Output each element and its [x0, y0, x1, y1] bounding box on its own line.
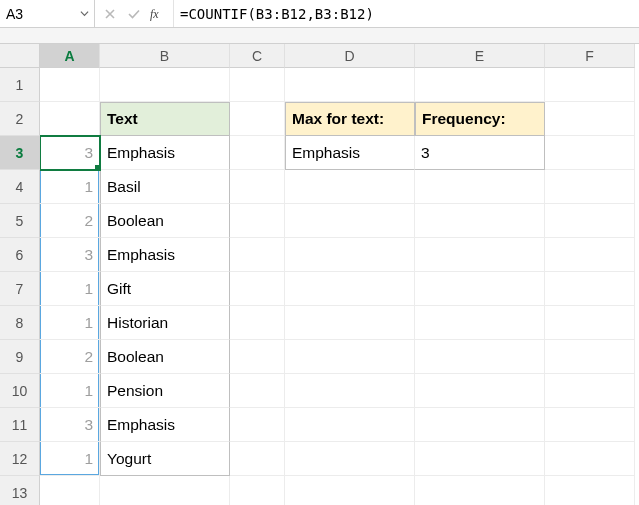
cell[interactable]	[230, 102, 285, 136]
cell[interactable]	[285, 340, 415, 374]
cell[interactable]	[230, 408, 285, 442]
cell[interactable]	[230, 442, 285, 476]
cell[interactable]: 3	[40, 408, 100, 442]
cell[interactable]	[40, 102, 100, 136]
cell[interactable]: Emphasis	[100, 238, 230, 272]
cell[interactable]: 2	[40, 204, 100, 238]
cell[interactable]	[230, 204, 285, 238]
cell[interactable]	[415, 170, 545, 204]
cell[interactable]: Basil	[100, 170, 230, 204]
cell[interactable]	[545, 272, 635, 306]
cell[interactable]	[285, 204, 415, 238]
cell[interactable]	[545, 238, 635, 272]
row-header[interactable]: 2	[0, 102, 40, 136]
cell[interactable]: Boolean	[100, 204, 230, 238]
cell[interactable]	[285, 68, 415, 102]
fx-icon[interactable]: fx	[147, 3, 169, 25]
cell[interactable]: Historian	[100, 306, 230, 340]
cell[interactable]	[545, 102, 635, 136]
column-header[interactable]: B	[100, 44, 230, 68]
column-header[interactable]: F	[545, 44, 635, 68]
cell[interactable]	[230, 68, 285, 102]
cell[interactable]	[415, 442, 545, 476]
cell[interactable]	[230, 476, 285, 505]
cell[interactable]: 1	[40, 306, 100, 340]
cell[interactable]	[285, 408, 415, 442]
cell[interactable]	[230, 272, 285, 306]
cell[interactable]	[415, 340, 545, 374]
cell[interactable]	[285, 442, 415, 476]
cell[interactable]	[415, 408, 545, 442]
cell[interactable]	[40, 476, 100, 505]
column-header[interactable]: D	[285, 44, 415, 68]
cell[interactable]	[285, 476, 415, 505]
cell[interactable]	[415, 68, 545, 102]
cell[interactable]: Gift	[100, 272, 230, 306]
cell[interactable]	[545, 442, 635, 476]
cell[interactable]	[415, 204, 545, 238]
cell[interactable]	[100, 476, 230, 505]
cell[interactable]	[415, 306, 545, 340]
cell[interactable]	[230, 136, 285, 170]
cell[interactable]	[40, 68, 100, 102]
header-max-for-text[interactable]: Max for text:	[285, 102, 415, 136]
row-header[interactable]: 8	[0, 306, 40, 340]
cell[interactable]	[285, 170, 415, 204]
cancel-icon[interactable]	[99, 3, 121, 25]
cell[interactable]	[230, 340, 285, 374]
row-header[interactable]: 7	[0, 272, 40, 306]
cell[interactable]	[230, 306, 285, 340]
formula-input[interactable]	[180, 6, 639, 22]
cell[interactable]: 3	[40, 238, 100, 272]
row-header[interactable]: 10	[0, 374, 40, 408]
row-header[interactable]: 6	[0, 238, 40, 272]
cell[interactable]	[230, 374, 285, 408]
cell[interactable]	[415, 238, 545, 272]
cell[interactable]: 1	[40, 272, 100, 306]
cell[interactable]	[100, 68, 230, 102]
cell[interactable]	[545, 340, 635, 374]
cell-A3[interactable]: 3	[40, 136, 100, 170]
confirm-icon[interactable]	[123, 3, 145, 25]
cell[interactable]	[545, 204, 635, 238]
cell[interactable]: 1	[40, 170, 100, 204]
chevron-down-icon[interactable]	[78, 9, 90, 18]
cell[interactable]	[415, 476, 545, 505]
cell[interactable]	[285, 272, 415, 306]
cell[interactable]	[285, 374, 415, 408]
row-header[interactable]: 9	[0, 340, 40, 374]
cell[interactable]	[545, 136, 635, 170]
name-box[interactable]	[6, 6, 78, 22]
select-all-corner[interactable]	[0, 44, 40, 68]
cell[interactable]	[545, 68, 635, 102]
cell[interactable]	[545, 170, 635, 204]
cell[interactable]: Emphasis	[100, 136, 230, 170]
row-header[interactable]: 3	[0, 136, 40, 170]
row-header[interactable]: 5	[0, 204, 40, 238]
column-header[interactable]: A	[40, 44, 100, 68]
cell[interactable]	[415, 374, 545, 408]
row-header[interactable]: 1	[0, 68, 40, 102]
header-frequency[interactable]: Frequency:	[415, 102, 545, 136]
cell[interactable]	[285, 238, 415, 272]
column-header[interactable]: E	[415, 44, 545, 68]
cell[interactable]: Yogurt	[100, 442, 230, 476]
cell[interactable]	[545, 476, 635, 505]
row-header[interactable]: 12	[0, 442, 40, 476]
cell[interactable]	[285, 306, 415, 340]
cell[interactable]: 2	[40, 340, 100, 374]
cell-frequency[interactable]: 3	[415, 136, 545, 170]
cell[interactable]	[545, 306, 635, 340]
cell[interactable]: Pension	[100, 374, 230, 408]
header-text[interactable]: Text	[100, 102, 230, 136]
row-header[interactable]: 11	[0, 408, 40, 442]
cell[interactable]: Emphasis	[100, 408, 230, 442]
cell[interactable]	[545, 374, 635, 408]
cell[interactable]	[545, 408, 635, 442]
cell[interactable]: 1	[40, 442, 100, 476]
cell[interactable]: Boolean	[100, 340, 230, 374]
row-header[interactable]: 13	[0, 476, 40, 505]
column-header[interactable]: C	[230, 44, 285, 68]
cell[interactable]: 1	[40, 374, 100, 408]
cell[interactable]	[230, 170, 285, 204]
